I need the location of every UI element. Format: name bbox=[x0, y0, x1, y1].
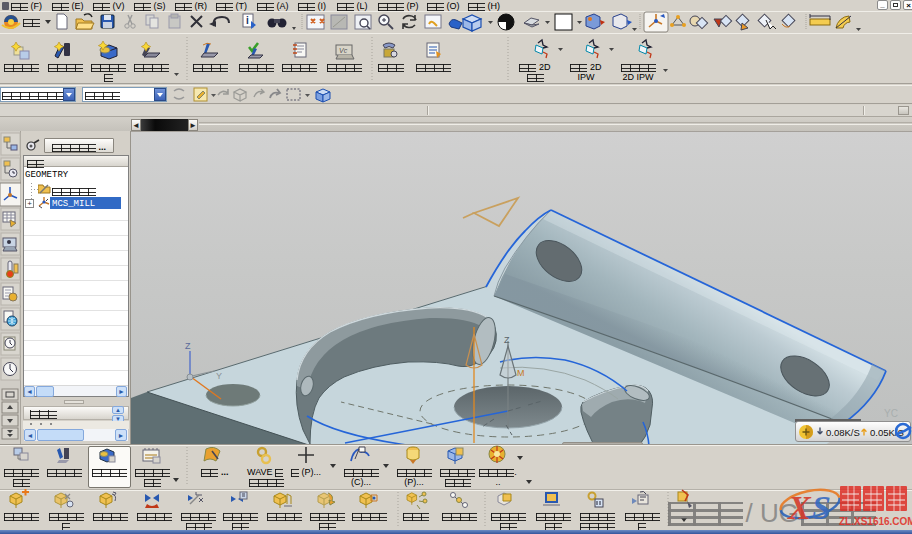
svg-text:Vc: Vc bbox=[339, 47, 348, 54]
svg-text:Y: Y bbox=[216, 371, 222, 381]
svg-text:Z: Z bbox=[185, 341, 191, 351]
svg-text:S: S bbox=[812, 489, 831, 526]
svg-text:M: M bbox=[517, 368, 525, 378]
svg-text:YC: YC bbox=[884, 408, 898, 419]
svg-text:0.08K/S: 0.08K/S bbox=[826, 427, 860, 438]
svg-text:X: X bbox=[787, 489, 812, 526]
svg-text:i: i bbox=[246, 15, 249, 26]
svg-text:ZL.XS1616.COM: ZL.XS1616.COM bbox=[839, 516, 912, 527]
svg-text:Z: Z bbox=[504, 335, 510, 345]
